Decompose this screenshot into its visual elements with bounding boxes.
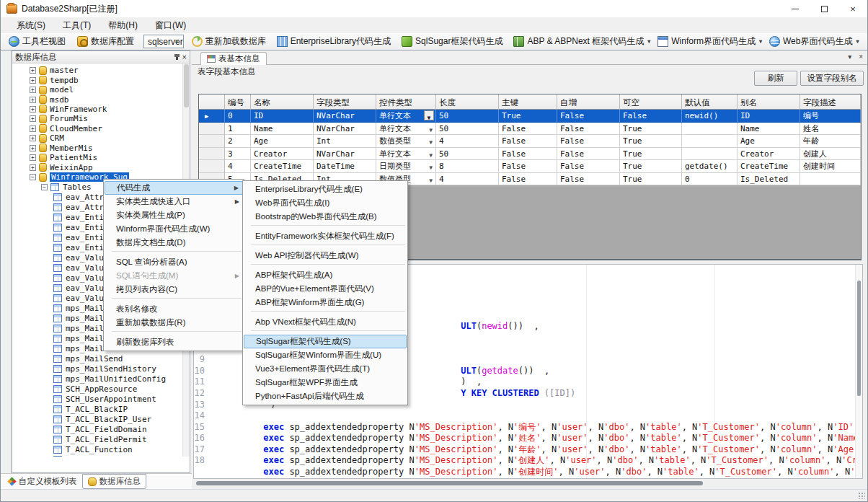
row-selector-cell[interactable] <box>199 135 225 148</box>
grid-cell[interactable]: True <box>620 173 682 186</box>
dropdown-icon[interactable]: ▼ <box>429 149 434 160</box>
grid-row[interactable]: 2 Age Int 数值类型▼ 4 False False True Age 年… <box>199 135 861 148</box>
expand-icon[interactable]: + <box>30 145 36 151</box>
tab-table-info[interactable]: 表基本信息 <box>200 52 267 65</box>
grid-cell[interactable]: Int <box>314 135 376 148</box>
expand-icon[interactable]: + <box>30 106 36 113</box>
grid-cell[interactable]: False <box>499 123 557 136</box>
grid-cell[interactable]: True <box>620 135 682 148</box>
expand-icon[interactable]: + <box>30 135 36 141</box>
grid-cell[interactable]: NVarChar <box>314 148 376 161</box>
tree-node-database[interactable]: + WeixinApp <box>12 162 182 172</box>
enterprise-library-codegen-button[interactable]: EnterpriseLibrary代码生成 <box>273 34 398 49</box>
grid-cell[interactable]: DateTime <box>314 160 376 173</box>
submenu-item[interactable] <box>251 311 405 314</box>
grid-cell[interactable]: Name <box>251 123 314 136</box>
grid-column-header[interactable]: 自增 <box>557 94 620 110</box>
collapse-icon[interactable]: − <box>41 184 48 190</box>
grid-cell[interactable]: 50 <box>436 148 499 161</box>
grid-column-header[interactable]: 字段描述 <box>800 94 861 110</box>
submenu-item[interactable]: Bootstrap的Web界面代码生成(B) <box>244 210 407 224</box>
web-codegen-button[interactable]: Web界面代码生成▾ <box>766 34 862 49</box>
grid-cell[interactable]: True <box>620 148 682 161</box>
grid-cell[interactable]: Age <box>738 135 800 148</box>
grid-cell[interactable]: False <box>557 148 620 161</box>
menu-item[interactable]: 系统(S) <box>8 17 54 34</box>
grid-cell[interactable]: False <box>499 135 557 148</box>
tree-node-table[interactable]: mps_MailSendHistory <box>12 364 182 374</box>
abp-codegen-button[interactable]: ABP & ABPNext 框架代码生成▾ <box>510 34 654 49</box>
context-menu-item[interactable]: 表别名修改 <box>105 302 243 316</box>
menu-item[interactable]: 窗口(W) <box>146 17 195 34</box>
submenu-item[interactable]: ABP框架代码生成(A) <box>244 268 407 282</box>
row-selector-cell[interactable] <box>199 123 225 136</box>
submenu-item[interactable] <box>251 330 405 334</box>
context-menu-item[interactable] <box>112 251 242 255</box>
grid-cell[interactable]: True <box>620 160 682 173</box>
grid-row[interactable]: 1 Name NVarChar 单行文本▼ 50 False False Tru… <box>199 123 861 136</box>
row-selector-cell[interactable]: ▶ <box>199 110 225 123</box>
dropdown-icon[interactable]: ▼ <box>429 161 434 172</box>
submenu-item[interactable]: ABP的Vue+Element界面代码(V) <box>244 282 407 296</box>
grid-column-header[interactable]: 名称 <box>251 94 314 110</box>
winform-codegen-button[interactable]: Winform界面代码生成▾ <box>654 34 766 49</box>
grid-column-header[interactable] <box>199 94 225 110</box>
set-field-alias-button[interactable]: 设置字段别名 <box>800 71 864 86</box>
grid-cell[interactable]: Name <box>738 123 800 136</box>
grid-cell[interactable]: 8 <box>436 160 499 173</box>
submenu-item[interactable]: SqlSugar框架Winform界面生成(U) <box>244 348 407 362</box>
tree-node-database[interactable]: + msdb <box>12 94 182 104</box>
grid-cell[interactable]: False <box>557 110 620 123</box>
grid-cell[interactable]: True <box>499 110 557 123</box>
tree-node-database[interactable]: + WinFramework <box>12 105 182 114</box>
grid-column-header[interactable]: 控件类型 <box>376 94 436 110</box>
grid-cell[interactable]: 创建人 <box>800 148 861 161</box>
toolbar-view-button[interactable]: 工具栏视图 <box>5 34 69 49</box>
dropdown-icon[interactable]: ▼ <box>429 174 434 185</box>
dropdown-icon[interactable]: ▼ <box>424 110 434 120</box>
context-menu-item[interactable]: 实体类生成快速入口 ▶ <box>105 195 243 208</box>
resize-grip[interactable] <box>858 492 865 499</box>
tree-node-table[interactable]: T_ACL_BlackIP_User <box>12 414 182 424</box>
title-bar[interactable]: Database2Sharp[已注册] × <box>1 0 867 17</box>
submenu-item[interactable]: ABP框架Winform界面生成(G) <box>244 296 407 309</box>
grid-row[interactable]: ▶ 0 ID NVarChar 单行文本▼ 50 True False Fals… <box>199 110 861 123</box>
grid-cell[interactable]: 50 <box>436 110 499 123</box>
tree-node-table[interactable]: mps_MailSend <box>12 353 182 364</box>
context-menu-item[interactable]: SQL语句生成(M) ▶ <box>105 269 243 283</box>
context-menu-item[interactable]: 代码生成 ▶ <box>105 181 243 195</box>
grid-cell[interactable]: newid() <box>682 110 738 123</box>
grid-cell[interactable]: False <box>557 123 620 136</box>
expand-icon[interactable]: + <box>30 164 36 171</box>
context-menu-item[interactable]: 拷贝列表内容(C) <box>105 283 243 296</box>
grid-column-header[interactable]: 字段类型 <box>314 94 376 110</box>
grid-column-header[interactable]: 可空 <box>620 94 682 110</box>
collapse-icon[interactable]: − <box>30 174 36 180</box>
tree-node-table[interactable]: SCH_AppResource <box>12 384 182 394</box>
grid-cell[interactable] <box>800 173 861 186</box>
row-selector-cell[interactable] <box>199 160 225 173</box>
grid-cell[interactable]: ID <box>738 110 800 123</box>
context-menu-item[interactable]: SQL 查询分析器(A) <box>105 255 243 269</box>
grid-cell[interactable]: False <box>557 160 620 173</box>
expand-icon[interactable]: + <box>30 77 36 84</box>
grid-cell[interactable]: 姓名 <box>800 123 861 136</box>
grid-cell[interactable] <box>682 148 738 161</box>
submenu-item[interactable]: Web API控制器代码生成(W) <box>244 249 407 263</box>
grid-cell[interactable]: False <box>620 110 682 123</box>
dropdown-icon[interactable]: ▼ <box>429 136 434 147</box>
tree-node-table[interactable]: T_ACL_BlackIP <box>12 404 182 414</box>
grid-column-header[interactable]: 编号 <box>225 94 251 110</box>
grid-cell[interactable]: 1 <box>225 123 251 136</box>
tree-node-table[interactable]: mps_MailUnifiedConfig <box>12 374 182 384</box>
database-config-button[interactable]: 数据库配置 <box>74 34 138 49</box>
grid-cell[interactable]: False <box>499 160 557 173</box>
tree-node-database[interactable]: + MemberMis <box>12 144 182 153</box>
database-type-combobox[interactable]: sqlserver ∨ <box>143 35 184 48</box>
context-menu-item[interactable]: 刷新数据库列表 <box>105 335 243 349</box>
tree-node-database[interactable]: + CRM <box>12 133 182 143</box>
grid-cell[interactable]: 编号 <box>800 110 861 123</box>
close-icon[interactable]: × <box>182 53 187 61</box>
context-menu-item[interactable]: 数据库文档生成(D) <box>105 236 243 250</box>
row-selector-cell[interactable] <box>199 148 225 161</box>
